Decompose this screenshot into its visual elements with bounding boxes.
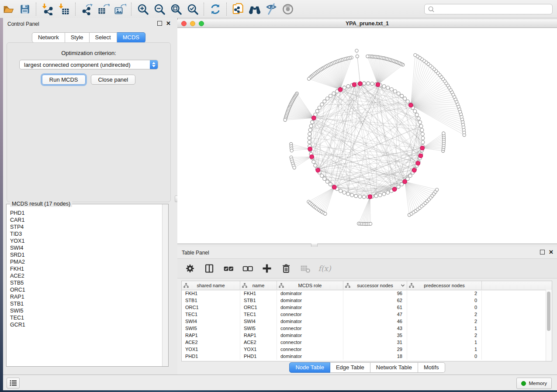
cell[interactable]: YOX1 [182, 346, 240, 353]
cell[interactable]: connector [277, 325, 343, 332]
network-node[interactable] [284, 118, 287, 121]
cell[interactable]: 62 [343, 297, 407, 304]
cell[interactable]: SWI4 [182, 318, 240, 325]
mcds-result-node[interactable]: STB1 [10, 300, 162, 307]
table-row[interactable]: YOX1YOX1connector291 [182, 346, 546, 353]
show-log-console-button[interactable] [7, 378, 20, 389]
mcds-hub-node[interactable] [419, 154, 423, 158]
network-node[interactable] [312, 160, 315, 164]
table-row[interactable]: SWI4SWI4dominator462 [182, 318, 546, 325]
network-node[interactable] [325, 180, 329, 183]
tab-mcds[interactable]: MCDS [117, 32, 145, 43]
search-field[interactable] [435, 5, 552, 14]
cell[interactable]: FKH1 [182, 290, 240, 297]
network-node[interactable] [400, 94, 404, 98]
network-node[interactable] [309, 124, 313, 128]
network-node[interactable] [354, 194, 358, 198]
network-node[interactable] [370, 82, 374, 86]
mcds-result-node[interactable]: PMA2 [10, 258, 162, 265]
network-node[interactable] [350, 193, 354, 197]
settings-gear-icon[interactable] [183, 262, 197, 275]
zoom-out-icon[interactable] [151, 2, 168, 17]
cell[interactable]: 0 [407, 297, 482, 304]
table-row[interactable]: ORC1ORC1dominator610 [182, 304, 546, 311]
network-node[interactable] [386, 191, 390, 194]
cell[interactable]: SWI4 [240, 318, 277, 325]
export-network-icon[interactable] [79, 2, 95, 17]
network-node[interactable] [408, 174, 412, 178]
mcds-hub-node[interactable] [392, 187, 397, 192]
mcds-result-node[interactable]: ACE2 [10, 272, 162, 279]
mcds-result-node[interactable]: SWI5 [10, 307, 162, 314]
mcds-result-list[interactable]: PHD1CAR1STP4TID3YOX1SWI4SRD1PMA2FKH1ACE2… [7, 206, 162, 366]
tab-select[interactable]: Select [90, 32, 117, 43]
cell[interactable]: ORC1 [182, 304, 240, 311]
cell[interactable]: ORC1 [240, 304, 277, 311]
network-node[interactable] [421, 132, 424, 136]
import-network-icon[interactable] [39, 2, 56, 17]
cell[interactable]: dominator [277, 297, 343, 304]
cell[interactable]: RAP1 [182, 332, 240, 339]
table-row[interactable]: ACE2ACE2connector311 [182, 339, 546, 346]
cell[interactable]: connector [277, 339, 343, 346]
mcds-hub-node[interactable] [376, 83, 380, 87]
cell[interactable]: dominator [277, 290, 343, 297]
network-node[interactable] [308, 128, 312, 132]
cell[interactable]: 35 [343, 332, 407, 339]
mcds-hub-node[interactable] [416, 161, 420, 165]
cell[interactable]: connector [277, 311, 343, 318]
cell[interactable]: TEC1 [240, 311, 277, 318]
cell[interactable]: STB1 [182, 297, 240, 304]
delete-column-icon[interactable] [280, 262, 293, 275]
mcds-result-node[interactable]: ORC1 [10, 286, 162, 293]
network-node[interactable] [329, 94, 332, 98]
table-row[interactable]: TEC1TEC1connector472 [182, 311, 546, 318]
cell[interactable]: 47 [343, 311, 407, 318]
tab-motifs[interactable]: Motifs [418, 362, 445, 373]
mcds-hub-node[interactable] [338, 87, 343, 92]
network-node[interactable] [419, 124, 423, 128]
network-node[interactable] [413, 110, 417, 113]
network-node[interactable] [332, 92, 336, 95]
network-node[interactable] [293, 166, 296, 169]
mcds-result-node[interactable]: SWI4 [10, 244, 162, 251]
cell[interactable]: dominator [277, 304, 343, 311]
open-session-icon[interactable] [0, 2, 17, 17]
cell[interactable]: PHD1 [182, 353, 240, 360]
network-node[interactable] [290, 149, 293, 152]
network-node[interactable] [346, 192, 350, 196]
mcds-hub-node[interactable] [332, 185, 337, 189]
cell[interactable]: 2 [407, 290, 482, 297]
network-node[interactable] [393, 89, 397, 93]
network-node[interactable] [390, 88, 393, 91]
mcds-hub-node[interactable] [420, 146, 425, 150]
tab-network[interactable]: Network [32, 32, 65, 43]
network-node[interactable] [367, 82, 370, 85]
column-header-predecessor-nodes[interactable]: predecessor nodes [407, 281, 482, 290]
cell[interactable]: 0 [407, 304, 482, 311]
network-node[interactable] [406, 100, 409, 103]
network-node[interactable] [418, 120, 422, 124]
mcds-result-node[interactable]: STB5 [10, 279, 162, 286]
network-node[interactable] [320, 174, 324, 177]
network-node[interactable] [420, 128, 424, 132]
network-node[interactable] [374, 194, 378, 198]
cell[interactable]: 46 [343, 318, 407, 325]
cell[interactable]: YOX1 [240, 346, 277, 353]
memory-button[interactable]: Memory [516, 378, 552, 389]
birdseye-view-icon[interactable] [280, 2, 296, 17]
cell[interactable]: connector [277, 346, 343, 353]
cell[interactable]: TEC1 [182, 311, 240, 318]
network-node[interactable] [308, 141, 311, 144]
select-all-rows-icon[interactable] [222, 262, 235, 275]
mcds-hub-node[interactable] [312, 116, 316, 120]
search-binoculars-icon[interactable] [246, 2, 263, 17]
network-node[interactable] [369, 222, 372, 225]
network-node[interactable] [382, 192, 386, 196]
column-header-successor-nodes[interactable]: successor nodes [343, 281, 407, 290]
cell[interactable]: 1 [407, 339, 482, 346]
network-node[interactable] [436, 188, 439, 191]
mcds-hub-node[interactable] [310, 155, 314, 159]
mcds-result-node[interactable]: RAP1 [10, 293, 162, 300]
network-node[interactable] [355, 49, 358, 52]
